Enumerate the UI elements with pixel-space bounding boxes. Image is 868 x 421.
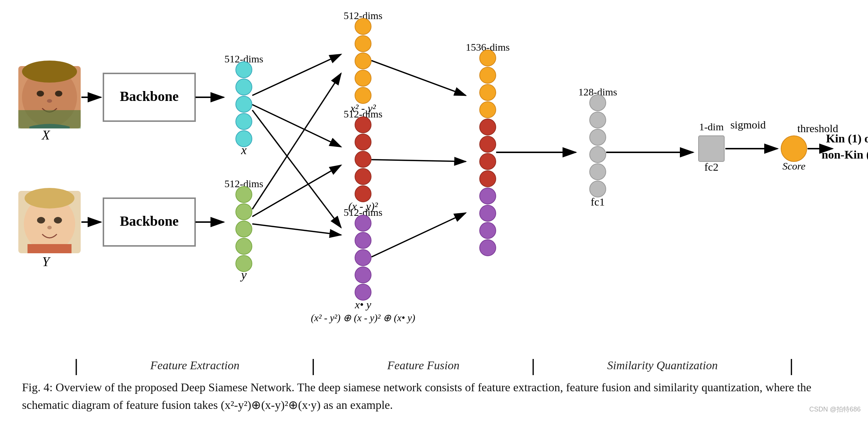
caption-text: Overview of the proposed Deep Siamese Ne… [22,381,812,411]
svg-point-49 [480,222,496,239]
svg-point-26 [355,53,371,69]
face-y [18,188,81,253]
section-labels: | Feature Extraction | Feature Fusion | … [22,355,846,375]
svg-point-41 [480,84,496,101]
vec-concat-red [480,119,496,187]
svg-point-24 [355,18,371,35]
divider-1: | [74,355,78,375]
vec-x [236,62,252,147]
score-circle [781,136,807,161]
backbone-x-label: Backbone [120,88,179,104]
svg-point-3 [37,91,44,97]
svg-point-21 [236,221,252,237]
label-vec-y: y [240,268,247,282]
svg-point-4 [55,91,62,97]
concat-formula: (x² - y²) ⊕ (x - y)² ⊕ (x• y) [311,312,415,323]
svg-point-9 [236,96,252,112]
vec-y [236,186,252,272]
svg-point-43 [480,119,496,135]
vec-concat-purple [480,188,496,256]
svg-point-34 [355,215,371,231]
label-y: Y [42,254,51,269]
svg-point-51 [590,95,606,111]
svg-point-35 [355,232,371,248]
svg-rect-6 [18,110,81,128]
label-x: X [41,128,51,142]
svg-point-30 [355,134,371,150]
svg-point-29 [355,117,371,133]
svg-point-53 [590,129,606,145]
svg-point-25 [355,36,371,52]
arrow-red-to-concat [371,160,466,161]
svg-point-46 [480,171,496,187]
svg-point-50 [480,240,496,256]
fig-num: Fig. 4: [22,381,53,394]
diagram-svg: X Backbone 512-dims x [0,0,868,330]
svg-point-39 [480,50,496,66]
svg-point-17 [47,226,52,229]
divider-4: | [790,355,794,375]
svg-point-52 [590,112,606,128]
formula-purple: x• y [355,298,371,311]
svg-point-7 [236,62,252,78]
output-kin: Kin (1) or [826,132,868,145]
label-score: Score [783,160,806,172]
label-vec-x: x [241,143,246,157]
output-nonkin: non-Kin (0) [821,148,868,161]
svg-point-38 [355,284,371,300]
svg-point-8 [236,79,252,95]
arrow-orange-to-concat [371,61,466,95]
arrow-y-to-red [252,165,341,217]
svg-point-40 [480,67,496,83]
svg-point-16 [54,217,62,224]
svg-point-31 [355,151,371,167]
vec-concat-orange [480,50,496,118]
svg-point-15 [37,217,45,224]
vec-fc1 [590,95,606,197]
svg-point-45 [480,153,496,170]
svg-point-14 [25,188,74,208]
label-similarity-quantization: Similarity Quantization [607,359,718,372]
bottom-section: | Feature Extraction | Feature Fusion | … [0,352,868,421]
svg-point-54 [590,146,606,163]
svg-point-27 [355,70,371,86]
svg-point-48 [480,205,496,221]
watermark: CSDN @拍特686 [809,405,861,414]
svg-rect-18 [28,244,72,253]
svg-point-10 [236,113,252,130]
label-feature-fusion: Feature Fusion [387,359,459,372]
arrow-y-to-orange [252,73,341,209]
vec-red [355,117,371,202]
arrow-x-to-orange [252,54,341,95]
arrow-y-to-purple [252,224,341,235]
svg-point-37 [355,267,371,283]
svg-point-44 [480,136,496,152]
label-feature-extraction: Feature Extraction [150,359,239,372]
svg-point-47 [480,188,496,204]
svg-point-32 [355,168,371,185]
label-fc2: fc2 [704,161,718,173]
svg-point-5 [47,99,52,103]
svg-point-20 [236,204,252,220]
dims-fc2: 1-dim [699,121,724,133]
divider-3: | [531,355,535,375]
svg-point-33 [355,186,371,202]
backbone-y-label: Backbone [120,213,179,229]
svg-point-28 [355,87,371,104]
label-sigmoid: sigmoid [730,119,766,131]
fc2-rect [699,136,724,161]
vec-purple [355,215,371,300]
svg-point-22 [236,238,252,254]
main-container: X Backbone 512-dims x [0,0,868,421]
svg-point-56 [590,181,606,197]
vec-orange [355,18,371,104]
svg-point-36 [355,250,371,266]
svg-point-55 [590,164,606,180]
svg-point-2 [22,61,77,83]
svg-point-19 [236,186,252,203]
arrow-purple-to-concat [371,213,466,257]
label-fc1: fc1 [591,196,605,208]
divider-2: | [311,355,315,375]
caption: Fig. 4: Overview of the proposed Deep Si… [22,378,846,414]
arrow-x-to-purple [252,110,341,228]
